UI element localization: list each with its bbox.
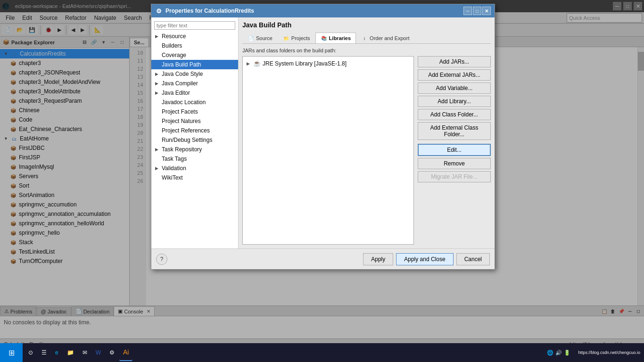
prop-item-java-compiler[interactable]: ▶ Java Compiler [151, 79, 238, 88]
prop-label-task-tags: Task Tags [162, 156, 187, 162]
build-path-title: Java Build Path [242, 21, 491, 29]
remove-btn[interactable]: Remove [418, 158, 491, 169]
add-library-btn[interactable]: Add Library... [418, 96, 491, 107]
prop-label-java-editor: Java Editor [162, 90, 190, 96]
tab-projects[interactable]: 📁 Projects [278, 33, 315, 43]
apply-close-btn[interactable]: Apply and Close [396, 253, 453, 265]
prop-label-project-facets: Project Facets [162, 108, 198, 115]
prop-item-run-debug[interactable]: Run/Debug Settings [151, 135, 238, 145]
add-external-class-folder-btn[interactable]: Add External Class Folder... [418, 122, 491, 140]
prop-item-java-build-path[interactable]: Java Build Path [151, 60, 238, 69]
prop-item-validation[interactable]: ▶ Validation [151, 164, 238, 173]
taskbar-systray: 🌐 🔊 🔋 [543, 350, 574, 356]
prop-item-java-code-style[interactable]: ▶ Java Code Style [151, 69, 238, 79]
taskbar-settings[interactable]: ⚙ [106, 344, 118, 361]
prop-label-java-code-style: Java Code Style [162, 71, 203, 77]
expand-icon-2: ▶ [155, 72, 160, 76]
jre-expand-icon: ▶ [247, 61, 251, 66]
spacer-icon-9 [155, 156, 160, 161]
jars-tree[interactable]: ▶ ☕ JRE System Library [JavaSE-1.8] [242, 56, 414, 245]
tab-order-export[interactable]: ↕ Order and Export [356, 33, 414, 43]
taskbar-explorer[interactable]: 📁 [63, 344, 78, 361]
taskbar-eclipse[interactable]: Ai [119, 344, 132, 361]
footer-buttons: Apply Apply and Close Cancel [363, 253, 490, 265]
spacer-icon-2 [155, 53, 160, 58]
eclipse-taskbar-icon: Ai [123, 348, 129, 356]
dialog-title: Properties for CalculationRredits [165, 8, 463, 14]
taskbar-mail[interactable]: ✉ [79, 344, 91, 361]
add-jars-btn[interactable]: Add JARs... [418, 56, 491, 67]
prop-item-coverage[interactable]: Coverage [151, 50, 238, 60]
properties-dialog: ⚙ Properties for CalculationRredits ─ □ … [151, 4, 495, 270]
tab-libraries[interactable]: 📚 Libraries [315, 33, 356, 43]
prop-label-javadoc-location: Javadoc Location [162, 99, 206, 106]
spacer-icon [155, 43, 160, 48]
word-icon: W [96, 349, 101, 356]
spacer-icon-6 [155, 119, 160, 123]
tab-libraries-label: Libraries [329, 35, 351, 41]
prop-item-javadoc-location[interactable]: Javadoc Location [151, 98, 238, 107]
spacer-icon-5 [155, 109, 160, 114]
prop-label-resource: Resource [162, 33, 186, 40]
libraries-tab-icon: 📚 [321, 35, 327, 41]
prop-label-wikitext: WikiText [162, 174, 183, 181]
gear-icon: ⚙ [156, 8, 162, 15]
spacer-icon-4 [155, 100, 160, 105]
prop-item-builders[interactable]: Builders [151, 41, 238, 50]
prop-item-task-tags[interactable]: Task Tags [151, 154, 238, 164]
dialog-win-buttons: ─ □ ✕ [463, 7, 491, 15]
build-path-description: JARs and class folders on the build path… [242, 48, 491, 53]
prop-item-project-facets[interactable]: Project Facets [151, 107, 238, 116]
start-button[interactable]: ⊞ [0, 343, 23, 362]
prop-item-project-natures[interactable]: Project Natures [151, 116, 238, 126]
expand-icon-5: ▶ [155, 147, 160, 152]
projects-tab-icon: 📁 [283, 35, 289, 41]
prop-label-task-repository: Task Repository [162, 146, 202, 153]
mail-icon: ✉ [83, 349, 87, 356]
taskbar-word[interactable]: W [92, 344, 105, 361]
dialog-maximize-btn[interactable]: □ [473, 7, 481, 15]
taskbar-search[interactable]: ⊙ [25, 344, 37, 361]
prop-label-project-references: Project References [162, 127, 210, 134]
folder-icon: 📁 [67, 349, 74, 356]
prop-item-task-repository[interactable]: ▶ Task Repository [151, 145, 238, 154]
build-path-buttons: Add JARs... Add External JARs... Add Var… [418, 56, 491, 245]
add-variable-btn[interactable]: Add Variable... [418, 82, 491, 94]
prop-item-project-references[interactable]: Project References [151, 126, 238, 135]
network-icon: 🌐 [547, 350, 553, 356]
apply-btn[interactable]: Apply [363, 253, 393, 265]
dialog-minimize-btn[interactable]: ─ [463, 7, 472, 15]
add-external-jars-btn[interactable]: Add External JARs... [418, 69, 491, 81]
order-tab-icon: ↕ [361, 35, 368, 41]
taskbar-items: ⊙ ☰ e 📁 ✉ W ⚙ Ai [23, 344, 543, 361]
taskbar: ⊞ ⊙ ☰ e 📁 ✉ W ⚙ Ai 🌐 🔊 🔋 https://b [0, 343, 644, 362]
taskbar-clock[interactable]: https://blog.csdn.net/chengcuo.io [574, 350, 644, 355]
battery-icon: 🔋 [564, 350, 570, 356]
expand-icon-6: ▶ [155, 166, 160, 171]
dialog-close-btn[interactable]: ✕ [482, 7, 491, 15]
migrate-jar-btn[interactable]: Migrate JAR File... [418, 171, 491, 182]
dialog-body: ▶ Resource Builders Coverage Java Build … [151, 17, 495, 248]
spacer-icon-10 [155, 175, 160, 180]
prop-item-wikitext[interactable]: WikiText [151, 173, 238, 182]
prop-filter-input[interactable] [154, 21, 235, 30]
expand-icon-3: ▶ [155, 81, 160, 86]
edit-btn[interactable]: Edit... [418, 144, 491, 156]
dialog-titlebar: ⚙ Properties for CalculationRredits ─ □ … [151, 4, 495, 17]
taskbar-taskview[interactable]: ☰ [38, 344, 50, 361]
prop-item-resource[interactable]: ▶ Resource [151, 32, 238, 41]
tab-source[interactable]: 📄 Source [242, 33, 278, 43]
jre-label: JRE System Library [JavaSE-1.8] [263, 60, 347, 67]
dialog-right-panel: Java Build Path 📄 Source 📁 Projects 📚 Li… [239, 17, 495, 248]
taskbar-edge[interactable]: e [51, 344, 62, 361]
jre-library-item[interactable]: ▶ ☕ JRE System Library [JavaSE-1.8] [245, 58, 412, 68]
prop-item-java-editor[interactable]: ▶ Java Editor [151, 88, 238, 98]
expand-icon-4: ▶ [155, 90, 160, 95]
help-btn[interactable]: ? [156, 254, 167, 265]
spacer-icon-7 [155, 128, 160, 133]
cancel-btn[interactable]: Cancel [456, 253, 490, 265]
add-class-folder-btn[interactable]: Add Class Folder... [418, 109, 491, 120]
jre-icon: ☕ [253, 60, 261, 67]
clock-url: https://blog.csdn.net/chengcuo.io [578, 350, 640, 355]
search-icon: ⊙ [28, 349, 33, 356]
